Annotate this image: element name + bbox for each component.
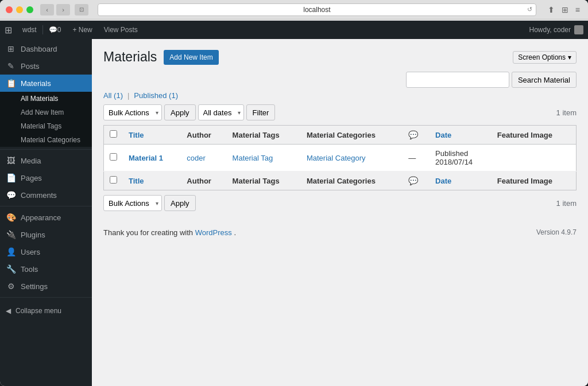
users-icon: 👤 xyxy=(6,247,16,256)
header-title[interactable]: Title xyxy=(123,126,181,145)
sidebar-item-tools[interactable]: 🔧 Tools xyxy=(0,260,92,278)
table-header-row: Title Author Material Tags Material Cate… xyxy=(104,126,577,145)
main-content: Materials Add New Item Screen Options ▾ … xyxy=(92,38,588,386)
filter-published-link[interactable]: Published (1) xyxy=(134,91,178,100)
search-area: Search Material xyxy=(103,72,577,88)
sidebar-users-label: Users xyxy=(21,248,40,256)
sidebar: ⊞ Dashboard ✎ Posts 📋 Materials All Mate… xyxy=(0,38,92,386)
sidebar-open-button[interactable]: ≡ xyxy=(573,4,582,15)
item-count-top: 1 item xyxy=(556,108,577,117)
footer-title-label: Title xyxy=(129,177,144,185)
row-category-link[interactable]: Material Category xyxy=(307,154,366,162)
url-display: localhost xyxy=(303,6,330,14)
sidebar-materials-label: Materials xyxy=(21,79,51,88)
back-button[interactable]: ‹ xyxy=(40,4,54,15)
filter-published-count: (1) xyxy=(169,91,178,100)
forward-button[interactable]: › xyxy=(56,4,70,15)
sidebar-item-dashboard[interactable]: ⊞ Dashboard xyxy=(0,40,92,57)
sidebar-item-materials[interactable]: 📋 Materials xyxy=(0,75,92,92)
filter-button[interactable]: Filter xyxy=(246,104,276,120)
sidebar-item-pages[interactable]: 📄 Pages xyxy=(0,169,92,186)
sidebar-posts-label: Posts xyxy=(21,62,40,71)
search-material-button[interactable]: Search Material xyxy=(512,72,577,88)
tools-icon: 🔧 xyxy=(6,264,16,274)
header-date[interactable]: Date xyxy=(430,126,492,145)
filter-all-count: (1) xyxy=(114,91,123,100)
new-tab-button[interactable]: ⊞ xyxy=(559,4,571,15)
browser-actions: ⬆ ⊞ ≡ xyxy=(546,4,582,15)
row-checkbox[interactable] xyxy=(110,153,117,161)
row-checkbox-cell xyxy=(104,145,123,171)
sidebar-item-settings[interactable]: ⚙ Settings xyxy=(0,278,92,295)
pages-icon: 📄 xyxy=(6,173,16,182)
dashboard-icon: ⊞ xyxy=(6,44,16,53)
footer-header-categories: Material Categories xyxy=(301,171,403,190)
header-comments: 💬 xyxy=(403,126,430,145)
close-button[interactable] xyxy=(6,6,13,13)
footer-date-label: Date xyxy=(435,177,451,185)
sidebar-item-media[interactable]: 🖼 Media xyxy=(0,152,92,169)
row-tags-cell: Material Tag xyxy=(227,145,301,171)
footer-author-label: Author xyxy=(187,177,211,185)
date-filter-select[interactable]: All dates xyxy=(198,104,244,120)
footer-header-date[interactable]: Date xyxy=(430,171,492,190)
add-new-item-button[interactable]: Add New Item xyxy=(164,50,218,65)
search-material-input[interactable] xyxy=(406,72,509,88)
filter-all-link[interactable]: All (1) xyxy=(103,91,123,100)
footer-header-title[interactable]: Title xyxy=(123,171,181,190)
sidebar-toggle-button[interactable]: ⊡ xyxy=(75,4,88,15)
sidebar-item-comments[interactable]: 💬 Comments xyxy=(0,186,92,204)
comment-count: 0 xyxy=(57,26,61,34)
footer-header-comments: 💬 xyxy=(403,171,430,190)
submenu-material-categories[interactable]: Material Categories xyxy=(0,133,92,147)
filter-bar: All (1) | Published (1) xyxy=(103,91,577,100)
row-title-cell: Material 1 xyxy=(123,145,181,171)
materials-table: Title Author Material Tags Material Cate… xyxy=(103,125,577,190)
footer-header-featured-image: Featured Image xyxy=(492,171,577,190)
sidebar-item-users[interactable]: 👤 Users xyxy=(0,243,92,260)
row-date-value: 2018/07/14 xyxy=(435,158,473,166)
sidebar-item-appearance[interactable]: 🎨 Appearance xyxy=(0,209,92,226)
select-all-checkbox[interactable] xyxy=(110,130,117,138)
share-button[interactable]: ⬆ xyxy=(546,4,557,15)
sidebar-item-plugins[interactable]: 🔌 Plugins xyxy=(0,226,92,243)
minimize-button[interactable] xyxy=(16,6,23,13)
screen-options-button[interactable]: Screen Options ▾ xyxy=(513,51,577,64)
bulk-actions-select-bottom[interactable]: Bulk Actions xyxy=(103,195,162,211)
maximize-button[interactable] xyxy=(26,6,33,13)
page-footer: Thank you for creating with WordPress . … xyxy=(103,228,577,237)
sidebar-media-label: Media xyxy=(21,157,41,165)
admin-bar-view-posts[interactable]: View Posts xyxy=(98,21,144,39)
submenu-all-materials[interactable]: All Materials xyxy=(0,92,92,106)
comment-icon: 💬 xyxy=(49,26,57,34)
tags-header-label: Material Tags xyxy=(233,131,280,139)
item-count-bottom: 1 item xyxy=(556,199,577,208)
admin-bar-new[interactable]: + New xyxy=(67,21,98,39)
apply-button-bottom[interactable]: Apply xyxy=(164,195,196,211)
admin-bar-comments[interactable]: 💬 0 xyxy=(43,21,67,39)
row-date-cell: Published 2018/07/14 xyxy=(430,145,492,171)
submenu-add-new-item[interactable]: Add New Item xyxy=(0,106,92,119)
row-comments-value: — xyxy=(408,154,416,162)
admin-bar-site[interactable]: wdst xyxy=(17,21,42,39)
footer-wp-link[interactable]: WordPress xyxy=(195,228,232,237)
site-name: wdst xyxy=(22,26,37,34)
sidebar-divider-2 xyxy=(0,206,92,206)
address-bar[interactable]: localhost ↺ xyxy=(98,3,536,16)
reload-icon[interactable]: ↺ xyxy=(527,6,532,13)
admin-bar: ⊞ wdst 💬 0 + New View Posts Howdy, coder xyxy=(0,21,588,39)
row-title-link[interactable]: Material 1 xyxy=(129,154,163,162)
sidebar-item-posts[interactable]: ✎ Posts xyxy=(0,57,92,75)
materials-submenu: All Materials Add New Item Material Tags… xyxy=(0,92,92,147)
submenu-material-tags[interactable]: Material Tags xyxy=(0,119,92,133)
bulk-actions-select-top[interactable]: Bulk Actions xyxy=(103,104,162,120)
plugins-icon: 🔌 xyxy=(6,230,16,239)
row-tag-link[interactable]: Material Tag xyxy=(233,154,273,162)
sidebar-comments-label: Comments xyxy=(21,191,57,200)
footer-select-all-checkbox[interactable] xyxy=(110,176,117,184)
page-header: Materials Add New Item Screen Options ▾ xyxy=(103,49,577,65)
apply-button-top[interactable]: Apply xyxy=(164,104,196,120)
footer-thank-you: Thank you for creating with WordPress . xyxy=(103,228,236,237)
collapse-menu-button[interactable]: ◀ Collapse menu xyxy=(0,302,92,319)
row-author-link[interactable]: coder xyxy=(187,154,206,162)
